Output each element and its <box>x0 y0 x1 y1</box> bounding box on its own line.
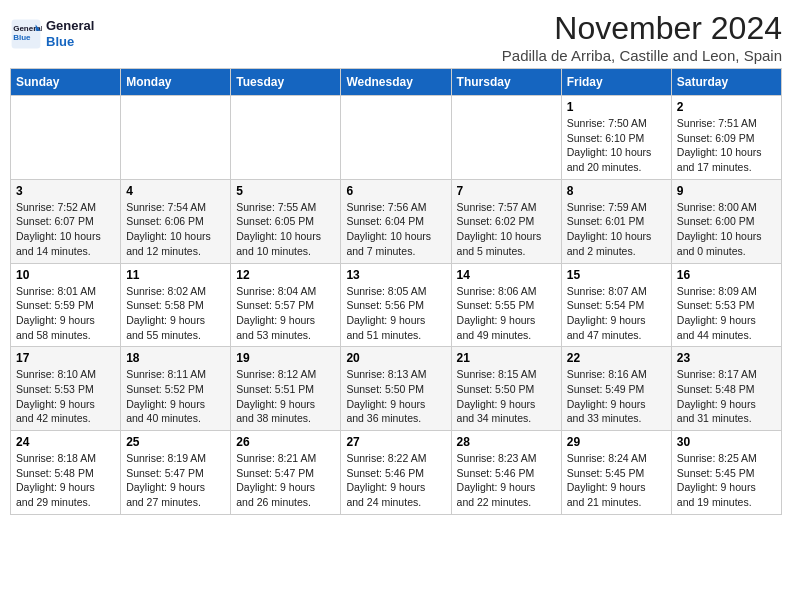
svg-text:Blue: Blue <box>13 33 31 42</box>
calendar-week-row: 24Sunrise: 8:18 AM Sunset: 5:48 PM Dayli… <box>11 431 782 515</box>
day-number: 29 <box>567 435 666 449</box>
day-number: 14 <box>457 268 556 282</box>
calendar-cell: 27Sunrise: 8:22 AM Sunset: 5:46 PM Dayli… <box>341 431 451 515</box>
day-number: 9 <box>677 184 776 198</box>
calendar-table: SundayMondayTuesdayWednesdayThursdayFrid… <box>10 68 782 515</box>
calendar-cell <box>121 96 231 180</box>
day-info: Sunrise: 8:23 AM Sunset: 5:46 PM Dayligh… <box>457 451 556 510</box>
day-number: 1 <box>567 100 666 114</box>
day-number: 6 <box>346 184 445 198</box>
weekday-header-sunday: Sunday <box>11 69 121 96</box>
calendar-week-row: 17Sunrise: 8:10 AM Sunset: 5:53 PM Dayli… <box>11 347 782 431</box>
day-info: Sunrise: 7:52 AM Sunset: 6:07 PM Dayligh… <box>16 200 115 259</box>
day-number: 30 <box>677 435 776 449</box>
day-info: Sunrise: 8:19 AM Sunset: 5:47 PM Dayligh… <box>126 451 225 510</box>
weekday-header-saturday: Saturday <box>671 69 781 96</box>
day-number: 22 <box>567 351 666 365</box>
calendar-cell: 19Sunrise: 8:12 AM Sunset: 5:51 PM Dayli… <box>231 347 341 431</box>
day-number: 3 <box>16 184 115 198</box>
calendar-cell: 23Sunrise: 8:17 AM Sunset: 5:48 PM Dayli… <box>671 347 781 431</box>
calendar-cell: 30Sunrise: 8:25 AM Sunset: 5:45 PM Dayli… <box>671 431 781 515</box>
calendar-week-row: 3Sunrise: 7:52 AM Sunset: 6:07 PM Daylig… <box>11 179 782 263</box>
calendar-cell: 15Sunrise: 8:07 AM Sunset: 5:54 PM Dayli… <box>561 263 671 347</box>
day-number: 4 <box>126 184 225 198</box>
logo-text: General Blue <box>46 18 94 49</box>
calendar-cell: 26Sunrise: 8:21 AM Sunset: 5:47 PM Dayli… <box>231 431 341 515</box>
logo: General Blue General Blue <box>10 18 94 50</box>
day-number: 26 <box>236 435 335 449</box>
day-number: 28 <box>457 435 556 449</box>
calendar-cell: 13Sunrise: 8:05 AM Sunset: 5:56 PM Dayli… <box>341 263 451 347</box>
day-info: Sunrise: 8:10 AM Sunset: 5:53 PM Dayligh… <box>16 367 115 426</box>
day-info: Sunrise: 8:13 AM Sunset: 5:50 PM Dayligh… <box>346 367 445 426</box>
calendar-cell: 21Sunrise: 8:15 AM Sunset: 5:50 PM Dayli… <box>451 347 561 431</box>
weekday-header-wednesday: Wednesday <box>341 69 451 96</box>
calendar-cell: 28Sunrise: 8:23 AM Sunset: 5:46 PM Dayli… <box>451 431 561 515</box>
calendar-cell: 16Sunrise: 8:09 AM Sunset: 5:53 PM Dayli… <box>671 263 781 347</box>
page-header: General Blue General Blue November 2024 … <box>10 10 782 64</box>
calendar-cell <box>11 96 121 180</box>
day-info: Sunrise: 8:22 AM Sunset: 5:46 PM Dayligh… <box>346 451 445 510</box>
calendar-cell: 5Sunrise: 7:55 AM Sunset: 6:05 PM Daylig… <box>231 179 341 263</box>
calendar-cell: 6Sunrise: 7:56 AM Sunset: 6:04 PM Daylig… <box>341 179 451 263</box>
day-number: 15 <box>567 268 666 282</box>
calendar-cell: 18Sunrise: 8:11 AM Sunset: 5:52 PM Dayli… <box>121 347 231 431</box>
day-info: Sunrise: 8:16 AM Sunset: 5:49 PM Dayligh… <box>567 367 666 426</box>
day-number: 11 <box>126 268 225 282</box>
day-number: 20 <box>346 351 445 365</box>
day-info: Sunrise: 8:18 AM Sunset: 5:48 PM Dayligh… <box>16 451 115 510</box>
calendar-cell <box>451 96 561 180</box>
day-info: Sunrise: 7:50 AM Sunset: 6:10 PM Dayligh… <box>567 116 666 175</box>
calendar-cell: 25Sunrise: 8:19 AM Sunset: 5:47 PM Dayli… <box>121 431 231 515</box>
day-info: Sunrise: 8:11 AM Sunset: 5:52 PM Dayligh… <box>126 367 225 426</box>
weekday-header-friday: Friday <box>561 69 671 96</box>
day-number: 21 <box>457 351 556 365</box>
day-info: Sunrise: 8:06 AM Sunset: 5:55 PM Dayligh… <box>457 284 556 343</box>
day-info: Sunrise: 8:15 AM Sunset: 5:50 PM Dayligh… <box>457 367 556 426</box>
location-subtitle: Padilla de Arriba, Castille and Leon, Sp… <box>502 47 782 64</box>
weekday-header-monday: Monday <box>121 69 231 96</box>
calendar-cell: 4Sunrise: 7:54 AM Sunset: 6:06 PM Daylig… <box>121 179 231 263</box>
calendar-cell: 14Sunrise: 8:06 AM Sunset: 5:55 PM Dayli… <box>451 263 561 347</box>
day-number: 17 <box>16 351 115 365</box>
calendar-cell: 29Sunrise: 8:24 AM Sunset: 5:45 PM Dayli… <box>561 431 671 515</box>
calendar-cell: 8Sunrise: 7:59 AM Sunset: 6:01 PM Daylig… <box>561 179 671 263</box>
day-number: 2 <box>677 100 776 114</box>
day-info: Sunrise: 8:07 AM Sunset: 5:54 PM Dayligh… <box>567 284 666 343</box>
weekday-header-tuesday: Tuesday <box>231 69 341 96</box>
day-number: 7 <box>457 184 556 198</box>
day-number: 12 <box>236 268 335 282</box>
calendar-cell: 17Sunrise: 8:10 AM Sunset: 5:53 PM Dayli… <box>11 347 121 431</box>
day-info: Sunrise: 7:51 AM Sunset: 6:09 PM Dayligh… <box>677 116 776 175</box>
calendar-cell <box>231 96 341 180</box>
day-number: 19 <box>236 351 335 365</box>
day-number: 16 <box>677 268 776 282</box>
day-info: Sunrise: 8:25 AM Sunset: 5:45 PM Dayligh… <box>677 451 776 510</box>
day-info: Sunrise: 7:56 AM Sunset: 6:04 PM Dayligh… <box>346 200 445 259</box>
day-info: Sunrise: 8:02 AM Sunset: 5:58 PM Dayligh… <box>126 284 225 343</box>
calendar-cell: 9Sunrise: 8:00 AM Sunset: 6:00 PM Daylig… <box>671 179 781 263</box>
calendar-week-row: 1Sunrise: 7:50 AM Sunset: 6:10 PM Daylig… <box>11 96 782 180</box>
day-info: Sunrise: 8:24 AM Sunset: 5:45 PM Dayligh… <box>567 451 666 510</box>
day-info: Sunrise: 8:05 AM Sunset: 5:56 PM Dayligh… <box>346 284 445 343</box>
month-title: November 2024 <box>502 10 782 47</box>
day-info: Sunrise: 8:00 AM Sunset: 6:00 PM Dayligh… <box>677 200 776 259</box>
day-info: Sunrise: 7:59 AM Sunset: 6:01 PM Dayligh… <box>567 200 666 259</box>
title-block: November 2024 Padilla de Arriba, Castill… <box>502 10 782 64</box>
day-number: 24 <box>16 435 115 449</box>
calendar-cell: 22Sunrise: 8:16 AM Sunset: 5:49 PM Dayli… <box>561 347 671 431</box>
day-info: Sunrise: 8:12 AM Sunset: 5:51 PM Dayligh… <box>236 367 335 426</box>
calendar-cell: 20Sunrise: 8:13 AM Sunset: 5:50 PM Dayli… <box>341 347 451 431</box>
day-info: Sunrise: 8:21 AM Sunset: 5:47 PM Dayligh… <box>236 451 335 510</box>
calendar-cell: 2Sunrise: 7:51 AM Sunset: 6:09 PM Daylig… <box>671 96 781 180</box>
calendar-cell: 11Sunrise: 8:02 AM Sunset: 5:58 PM Dayli… <box>121 263 231 347</box>
day-number: 25 <box>126 435 225 449</box>
calendar-cell <box>341 96 451 180</box>
weekday-header-thursday: Thursday <box>451 69 561 96</box>
day-info: Sunrise: 8:17 AM Sunset: 5:48 PM Dayligh… <box>677 367 776 426</box>
day-number: 23 <box>677 351 776 365</box>
day-info: Sunrise: 8:01 AM Sunset: 5:59 PM Dayligh… <box>16 284 115 343</box>
calendar-cell: 3Sunrise: 7:52 AM Sunset: 6:07 PM Daylig… <box>11 179 121 263</box>
day-number: 13 <box>346 268 445 282</box>
day-number: 5 <box>236 184 335 198</box>
